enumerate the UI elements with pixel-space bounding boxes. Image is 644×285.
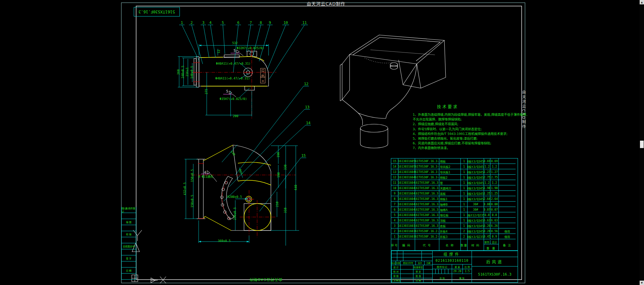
bom-cell-remark <box>499 185 516 191</box>
bom-cell-total-weight: 2.75 <box>490 175 499 180</box>
bom-cell-total-weight: 0.69 <box>490 158 499 164</box>
bom-header-code: 编 码 <box>398 239 415 251</box>
bom-header-weight: 单件 总计 重 量 <box>484 239 499 251</box>
bom-cell-name: 管 <box>439 180 461 185</box>
bom-cell-name: 限位板 <box>439 212 461 218</box>
dimension-label: 150±0.5 <box>191 169 194 182</box>
tb-weight-col-label: 重 量 <box>452 264 463 269</box>
part-balloon-number: 9 <box>269 21 271 25</box>
dimension-label: 432±0.5 <box>183 182 187 195</box>
bom-cell-code: 02161303160330 <box>398 234 415 239</box>
bom-cell-name: 轴棒A <box>439 207 461 212</box>
scroll-up-button[interactable]: ▲ <box>640 0 644 4</box>
bom-cell-remark: 借用 <box>499 228 516 234</box>
bom-cell-qty: 1 <box>461 169 468 175</box>
bom-cell-code: 02161303160500 <box>398 164 415 169</box>
bom-cell-no: 7 <box>391 202 398 207</box>
margin-box: 旧底图总号 <box>121 243 136 249</box>
bom-cell-name: 导风板2 <box>439 164 461 169</box>
bom-cell-total-weight: 1.25 <box>490 191 499 196</box>
bom-cell-material: 钢板t3/Q345A <box>468 169 484 175</box>
bom-cell-no: 4 <box>391 218 398 223</box>
bom-cell-material: 钢板t3/Q345A <box>468 196 484 202</box>
bom-cell-remark <box>499 164 516 169</box>
bom-cell-name: 面板 <box>439 191 461 196</box>
bom-cell-total-weight: 0.9 <box>490 234 499 239</box>
bom-cell-id: 5161TXS30F.16.3-11 <box>415 169 439 175</box>
bom-cell-code: 02161303160430 <box>398 202 415 207</box>
bom-cell-no: 1 <box>391 234 398 239</box>
bom-cell-unit-weight: 6.26 <box>484 223 490 228</box>
binding-margin-boxes: 借(通)用件登记描 图校 描旧底图总号签 字日 期 <box>121 207 136 280</box>
dimension-label: 190 <box>277 152 280 157</box>
bom-cell-remark <box>499 191 516 196</box>
bom-cell-material: 30# <box>468 202 484 207</box>
tb-approve2-label: 批 准 <box>413 274 424 278</box>
bom-cell-name: 轴棒B <box>439 202 461 207</box>
tb-product-name: 后风道 <box>472 257 518 266</box>
tech-req-line: 2、焊缝应抛磨,焊缝处不得漏风; <box>413 122 527 127</box>
bom-cell-remark <box>499 175 516 180</box>
bom-cell-unit-weight: 1.27 <box>484 169 490 175</box>
bom-cell-material: 钢板t3/Q345A <box>468 228 484 234</box>
bom-cell-material: 钢板t3/Q345A <box>468 218 484 223</box>
bom-cell-total-weight: 6.63 <box>490 218 499 223</box>
bom-header-remark: 备 注 <box>499 239 516 251</box>
bom-cell-total-weight: 1.98 <box>490 185 499 191</box>
bom-cell-no: 15 <box>391 158 398 164</box>
bom-cell-unit-weight: 0.07 <box>484 207 490 212</box>
bom-cell-unit-weight: 2.64 <box>484 196 490 202</box>
dimension-label: 150±0.5 <box>191 195 194 208</box>
dimension-label: R200±0.5 <box>227 195 242 199</box>
bom-cell-id: 5161TXS30F.16.3-9 <box>415 180 439 185</box>
top-left-code-box: 5161TXS30F.16.3 <box>134 7 180 16</box>
dimension-label: 275 <box>205 89 208 94</box>
dimension-label: Φ35H7(+0.025/0) <box>219 97 247 101</box>
part-balloon-number: 2 <box>191 21 193 25</box>
bom-cell-qty: 1 <box>461 196 468 202</box>
margin-box: 校 描 <box>121 231 136 237</box>
weld-size-label: 5 <box>234 49 236 52</box>
bom-cell-code: 02161303160480 <box>398 175 415 180</box>
bom-cell-material: 30# <box>468 207 484 212</box>
scrollbar-thumb[interactable] <box>640 141 644 148</box>
bom-row: 6 02161303160420 5161TXS30F.16.3-4 轴棒A 1… <box>391 207 518 212</box>
dimension-label: 210 <box>276 202 279 207</box>
scroll-up-icon: ▲ <box>641 1 643 4</box>
bom-row: 4 02161303160400 5161TXS30F.16.3-2 顶板 1 … <box>391 218 518 223</box>
bom-header-qty: 数量 <box>461 239 468 251</box>
cad-viewer: 由天河云CAD制作 由天河云CAD制作 由天河云CAD制作 5161TXS30F… <box>0 0 644 285</box>
bom-cell-unit-weight: 2.75 <box>484 175 490 180</box>
bom-cell-total-weight: 1.27 <box>490 169 499 175</box>
bom-cell-qty: 1 <box>461 180 468 185</box>
bom-cell-qty: 1 <box>461 212 468 218</box>
dimension-label: Φ32H7(+0.025/0) <box>237 46 264 50</box>
tb-drawing-number: 02161303160110 <box>432 257 472 264</box>
bom-cell-remark: 借用 <box>499 234 516 239</box>
bom-cell-qty: 1 <box>461 158 468 164</box>
scrollbar[interactable]: ▲ ▼ <box>640 0 644 285</box>
bom-row: 3 02161303160390 5161TXS30F.16.3-1 底板 1 … <box>391 223 518 228</box>
bom-cell-remark <box>499 223 516 228</box>
bom-cell-id: 5161TXS30F.16.3-7 <box>415 191 439 196</box>
bom-cell-no: 5 <box>391 212 398 218</box>
bom-row: 8 02161303160440 5161TXS30F.16.3-6 侧板1 1… <box>391 196 518 202</box>
bom-cell-code: 02161303160510 <box>398 158 415 164</box>
bom-cell-remark <box>499 202 516 207</box>
bom-header: 序号 编 码 代 号 名 称 数量 材 料 单件 总计 重 量 备 注 <box>391 239 518 251</box>
scroll-down-button[interactable]: ▼ <box>640 281 644 285</box>
bom-header-no: 序号 <box>391 239 398 251</box>
bom-row: 13 02161303160490 5161TXS30F.16.3-11 导风板… <box>391 169 518 175</box>
bom-cell-name: 底板 <box>439 223 461 228</box>
bom-cell-qty: 1 <box>461 175 468 180</box>
margin-box: 日 期 <box>121 268 136 274</box>
bom-cell-qty: 1 <box>461 191 468 196</box>
bom-cell-id: 5161TXS30F.16.3-4 <box>415 207 439 212</box>
bom-cell-no: 14 <box>391 164 398 169</box>
tech-req-title: 技术要求 <box>437 104 458 109</box>
part-balloon-number: 13 <box>305 105 309 109</box>
tech-req-line: 7、内外表面做防锈涂漆。 <box>413 146 527 150</box>
bom-cell-code: 02161303160470 <box>398 180 415 185</box>
bom-cell-code: 02161303160340 <box>398 228 415 234</box>
bom-cell-remark <box>499 169 516 175</box>
